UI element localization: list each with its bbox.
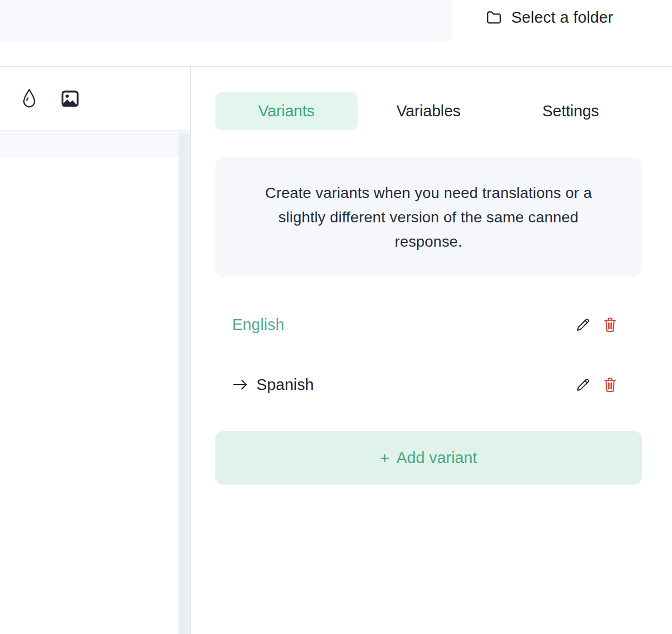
list-item-selected[interactable] — [0, 133, 179, 157]
variant-label-spanish: Spanish — [256, 376, 314, 394]
folder-icon — [485, 9, 503, 26]
select-folder-label: Select a folder — [511, 9, 613, 27]
variants-info-box: Create variants when you need translatio… — [215, 157, 642, 277]
select-folder-button[interactable]: Select a folder — [485, 4, 613, 30]
editor-toolbar — [0, 67, 190, 131]
left-panel-scrollbar[interactable] — [179, 133, 190, 634]
plus-icon: + — [380, 449, 390, 467]
image-icon[interactable] — [61, 90, 79, 107]
edit-pencil-icon[interactable] — [575, 316, 591, 333]
variant-tabs: Variants Variables Settings — [215, 92, 642, 130]
droplet-icon[interactable] — [21, 88, 37, 110]
add-variant-label: Add variant — [397, 449, 477, 467]
editor-panel — [0, 67, 191, 634]
arrow-right-icon — [232, 378, 248, 392]
tab-settings[interactable]: Settings — [499, 92, 642, 130]
variant-link-english[interactable]: English — [232, 316, 285, 334]
edit-pencil-icon[interactable] — [575, 377, 591, 393]
row-actions — [575, 316, 617, 333]
delete-trash-icon[interactable] — [603, 377, 617, 393]
tab-variables[interactable]: Variables — [358, 92, 500, 130]
variant-row-english: English — [215, 309, 642, 340]
variant-row-spanish: Spanish — [215, 369, 642, 400]
delete-trash-icon[interactable] — [603, 316, 617, 333]
top-toolbar-panel — [0, 0, 452, 42]
row-actions — [575, 377, 617, 393]
add-variant-button[interactable]: + Add variant — [215, 431, 642, 485]
variants-info-text: Create variants when you need translatio… — [247, 181, 610, 254]
tab-variants[interactable]: Variants — [215, 92, 358, 130]
